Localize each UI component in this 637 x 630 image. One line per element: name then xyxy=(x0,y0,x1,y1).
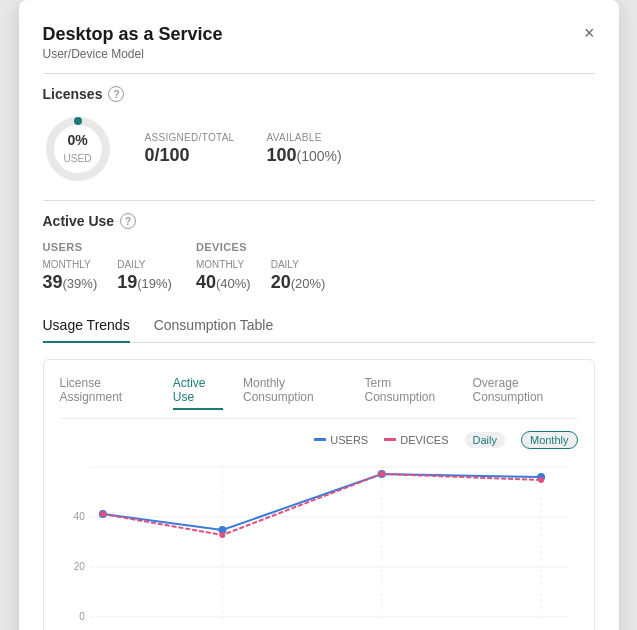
line-chart-svg: 0 20 40 Nov 2022 Dec 2022 Jan 2023 Feb 2… xyxy=(60,457,578,630)
devices-group: DEVICES MONTHLY 40(40%) DAILY 20(20%) xyxy=(196,241,325,293)
legend-users: USERS xyxy=(314,434,368,446)
chart-container: License Assignment Active Use Monthly Co… xyxy=(43,359,595,630)
users-group: USERS MONTHLY 39(39%) DAILY 19(19%) xyxy=(43,241,172,293)
modal-subtitle: User/Device Model xyxy=(43,47,223,61)
period-monthly-button[interactable]: Monthly xyxy=(521,431,578,449)
devices-group-title: DEVICES xyxy=(196,241,325,253)
active-use-grid: USERS MONTHLY 39(39%) DAILY 19(19%) DEVI xyxy=(43,241,595,293)
devices-monthly-label: MONTHLY xyxy=(196,259,251,270)
assigned-value: 0/100 xyxy=(145,145,235,166)
users-metrics: MONTHLY 39(39%) DAILY 19(19%) xyxy=(43,259,172,293)
close-button[interactable]: × xyxy=(584,24,595,42)
users-monthly-label: MONTHLY xyxy=(43,259,98,270)
chart-legend: USERS DEVICES Daily Monthly xyxy=(60,431,578,449)
legend-devices-icon xyxy=(384,434,396,446)
available-label: AVAILABLE xyxy=(266,132,341,143)
assigned-stat: ASSIGNED/TOTAL 0/100 xyxy=(145,132,235,166)
tab-usage-trends[interactable]: Usage Trends xyxy=(43,309,130,343)
assigned-label: ASSIGNED/TOTAL xyxy=(145,132,235,143)
tab-consumption-table[interactable]: Consumption Table xyxy=(154,309,274,343)
users-daily-metric: DAILY 19(19%) xyxy=(117,259,172,293)
svg-rect-2 xyxy=(314,438,326,441)
svg-point-24 xyxy=(378,471,384,477)
svg-rect-3 xyxy=(384,438,396,441)
chart-tabs: License Assignment Active Use Monthly Co… xyxy=(60,376,578,419)
users-daily-label: DAILY xyxy=(117,259,172,270)
svg-text:20: 20 xyxy=(73,561,85,572)
svg-text:40: 40 xyxy=(73,511,85,522)
legend-users-icon xyxy=(314,434,326,446)
users-daily-value: 19(19%) xyxy=(117,272,172,293)
devices-monthly-metric: MONTHLY 40(40%) xyxy=(196,259,251,293)
devices-daily-metric: DAILY 20(20%) xyxy=(271,259,326,293)
chart-tab-term-consumption[interactable]: Term Consumption xyxy=(364,376,452,410)
svg-text:0: 0 xyxy=(79,611,85,622)
available-value: 100(100%) xyxy=(266,145,341,166)
users-group-title: USERS xyxy=(43,241,172,253)
chart-tab-monthly-consumption[interactable]: Monthly Consumption xyxy=(243,376,344,410)
donut-chart: 0% USED xyxy=(43,114,113,184)
modal-title: Desktop as a Service xyxy=(43,24,223,45)
svg-point-25 xyxy=(538,477,544,483)
period-daily-button[interactable]: Daily xyxy=(465,432,505,448)
legend-users-label: USERS xyxy=(330,434,368,446)
licenses-help-icon[interactable]: ? xyxy=(108,86,124,102)
devices-daily-label: DAILY xyxy=(271,259,326,270)
active-use-help-icon[interactable]: ? xyxy=(120,213,136,229)
modal-header: Desktop as a Service User/Device Model × xyxy=(43,24,595,61)
modal-title-block: Desktop as a Service User/Device Model xyxy=(43,24,223,61)
chart-tab-license-assignment[interactable]: License Assignment xyxy=(60,376,153,410)
svg-point-23 xyxy=(219,532,225,538)
modal-container: Desktop as a Service User/Device Model ×… xyxy=(19,0,619,630)
chart-area: 0 20 40 Nov 2022 Dec 2022 Jan 2023 Feb 2… xyxy=(60,457,578,630)
donut-label: 0% USED xyxy=(64,132,92,166)
donut-used: USED xyxy=(64,153,92,164)
licenses-divider xyxy=(43,200,595,201)
available-stat: AVAILABLE 100(100%) xyxy=(266,132,341,166)
legend-devices-label: DEVICES xyxy=(400,434,448,446)
legend-devices: DEVICES xyxy=(384,434,448,446)
devices-metrics: MONTHLY 40(40%) DAILY 20(20%) xyxy=(196,259,325,293)
devices-monthly-value: 40(40%) xyxy=(196,272,251,293)
header-divider xyxy=(43,73,595,74)
chart-tab-active-use[interactable]: Active Use xyxy=(173,376,223,410)
main-tabs: Usage Trends Consumption Table xyxy=(43,309,595,343)
chart-tab-overage-consumption[interactable]: Overage Consumption xyxy=(473,376,578,410)
users-monthly-value: 39(39%) xyxy=(43,272,98,293)
devices-daily-value: 20(20%) xyxy=(271,272,326,293)
licenses-section-title: Licenses ? xyxy=(43,86,595,102)
active-use-section-title: Active Use ? xyxy=(43,213,595,229)
donut-percent: 0% xyxy=(64,132,92,148)
svg-point-22 xyxy=(99,511,105,517)
licenses-row: 0% USED ASSIGNED/TOTAL 0/100 AVAILABLE 1… xyxy=(43,114,595,184)
users-monthly-metric: MONTHLY 39(39%) xyxy=(43,259,98,293)
